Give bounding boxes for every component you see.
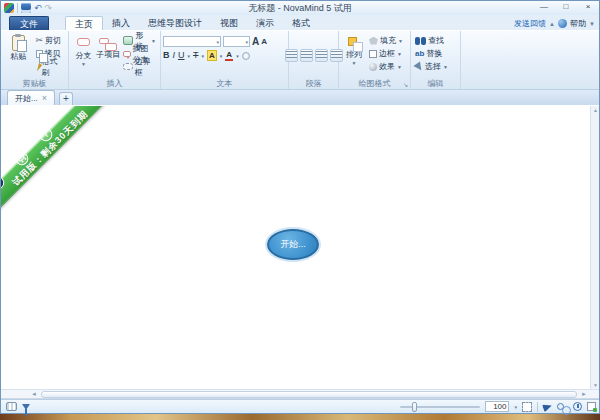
trial-banner[interactable]: i 试用版：剩余30天到期 (1, 106, 126, 224)
font-size-dropdown-icon[interactable]: ▾ (245, 39, 248, 45)
timeline-icon[interactable] (573, 402, 582, 411)
insert-body: 分支 ▼ 子项目 形状 ▼ (71, 33, 158, 78)
map-canvas[interactable]: i 试用版：剩余30天到期 开始... ▲ ▼ (1, 106, 599, 389)
font-family-combo[interactable]: ▾ (163, 36, 221, 47)
close-button[interactable]: × (577, 1, 599, 14)
font-color-dropdown-icon[interactable]: ▾ (236, 53, 239, 59)
boundary-button[interactable]: 边界框 (121, 60, 158, 73)
effects-icon (369, 63, 377, 71)
ribbon: 粘贴 ✂ 剪切 拷贝 格式刷 (1, 30, 599, 90)
status-bar: 100 ▾ (1, 399, 599, 413)
vertical-scrollbar[interactable]: ▲ ▼ (590, 106, 599, 389)
arrange-dropdown-icon[interactable]: ▼ (352, 60, 357, 66)
cut-button[interactable]: ✂ 剪切 (34, 34, 66, 47)
fill-dropdown-icon[interactable]: ▼ (398, 38, 403, 44)
scroll-left-icon[interactable]: ◄ (31, 390, 37, 399)
text-body: ▾ ▾ A A B I U ▾ T ▾ A ▾ A (163, 33, 286, 78)
tab-file[interactable]: 文件 (9, 16, 49, 30)
minimize-button[interactable]: — (533, 1, 555, 14)
tab-presentation[interactable]: 演示 (247, 16, 283, 30)
align-center-button[interactable] (300, 49, 313, 62)
help-dropdown-icon[interactable]: ▼ (589, 21, 595, 27)
group-clipboard: 粘贴 ✂ 剪切 拷贝 格式刷 (1, 31, 69, 89)
branch-dropdown-icon[interactable]: ▼ (81, 61, 86, 67)
branch-button[interactable]: 分支 ▼ (71, 33, 96, 67)
highlight-dropdown-icon[interactable]: ▾ (220, 53, 223, 59)
boundary-icon (123, 63, 133, 70)
help-icon[interactable] (558, 19, 567, 28)
font-color-button[interactable]: A (225, 51, 233, 61)
send-feedback-link[interactable]: 发送回馈 (514, 18, 546, 29)
screen: ↶ ↷ 无标题 - NovaMind 5 试用 — □ × 文件 主页 插入 思… (0, 0, 600, 420)
scroll-up-icon[interactable]: ▲ (591, 107, 599, 113)
italic-button[interactable]: I (173, 50, 176, 61)
format-painter-button[interactable]: 格式刷 (34, 60, 66, 73)
notes-editor-icon[interactable] (587, 402, 596, 411)
horizontal-scroll-thumb[interactable] (41, 391, 577, 398)
horizontal-scrollbar[interactable]: ◄ ► (1, 389, 599, 399)
new-document-tab-button[interactable]: + (59, 92, 73, 105)
paste-button[interactable]: 粘贴 (3, 33, 34, 62)
relationship-view-icon[interactable] (557, 403, 564, 410)
document-tab-start[interactable]: 开始... × (7, 90, 55, 105)
arrange-button[interactable]: 排列 ▼ (341, 33, 367, 66)
clipboard-small-buttons: ✂ 剪切 拷贝 格式刷 (34, 33, 66, 73)
editing-group-label: 编辑 (413, 78, 458, 89)
scroll-down-icon[interactable]: ▼ (591, 382, 599, 388)
paste-label: 粘贴 (10, 51, 26, 62)
tabrow-right-cluster: 发送回馈 ▲ 帮助 ▼ (514, 18, 595, 29)
tab-mindmap-design[interactable]: 思维导图设计 (139, 16, 211, 30)
help-link[interactable]: 帮助 (570, 18, 586, 29)
clear-format-icon[interactable] (242, 52, 250, 60)
subtopic-button[interactable]: 子项目 (96, 33, 121, 60)
fill-button[interactable]: 填充 ▼ (367, 34, 405, 47)
align-left-icon (286, 51, 297, 60)
window-controls: — □ × (533, 1, 599, 14)
strikethrough-dropdown-icon[interactable]: ▾ (202, 53, 205, 59)
callout-branch-icon (123, 51, 131, 57)
strikethrough-button[interactable]: T (193, 50, 199, 61)
tab-format[interactable]: 格式 (283, 16, 319, 30)
select-button[interactable]: 选择 ▼ (413, 60, 458, 73)
dialog-launcher-icon[interactable]: ↘ (403, 82, 408, 88)
font-size-combo[interactable]: ▾ (223, 36, 250, 47)
document-tab-close-icon[interactable]: × (42, 94, 47, 103)
underline-dropdown-icon[interactable]: ▾ (188, 53, 191, 59)
tab-home[interactable]: 主页 (65, 16, 103, 30)
select-cursor-icon (413, 61, 424, 72)
outline-button[interactable]: 边框 ▼ (367, 47, 405, 60)
minimap-icon[interactable] (6, 402, 17, 411)
align-left-button[interactable] (285, 49, 298, 62)
scroll-right-icon[interactable]: ► (581, 390, 587, 399)
underline-button[interactable]: U (178, 50, 185, 61)
grow-font-button[interactable]: A (252, 36, 259, 47)
fit-to-window-icon[interactable] (522, 402, 532, 412)
status-left-icons (1, 402, 30, 411)
maximize-button[interactable]: □ (555, 1, 577, 14)
scissors-icon: ✂ (36, 36, 44, 45)
filter-icon[interactable] (22, 404, 30, 410)
tab-view[interactable]: 视图 (211, 16, 247, 30)
font-family-dropdown-icon[interactable]: ▾ (216, 39, 219, 45)
replace-label: 替换 (426, 48, 442, 59)
central-topic-node[interactable]: 开始... (267, 229, 319, 260)
tab-insert[interactable]: 插入 (103, 16, 139, 30)
zoom-spinner-icon[interactable]: ▾ (514, 404, 517, 410)
zoom-slider[interactable] (400, 406, 480, 408)
effects-dropdown-icon[interactable]: ▼ (397, 64, 402, 70)
select-dropdown-icon[interactable]: ▼ (443, 64, 448, 70)
presentation-mode-icon[interactable] (542, 401, 553, 412)
find-button[interactable]: 查找 (413, 34, 458, 47)
shrink-font-button[interactable]: A (261, 37, 267, 46)
align-right-button[interactable] (315, 49, 328, 62)
zoom-value-box[interactable]: 100 (485, 401, 509, 412)
effects-button[interactable]: 效果 ▼ (367, 60, 405, 73)
zoom-slider-thumb[interactable] (412, 402, 417, 412)
ribbon-filler (461, 31, 599, 89)
subtopic-icon (99, 38, 109, 44)
outline-dropdown-icon[interactable]: ▼ (397, 51, 402, 57)
highlight-color-button[interactable]: A (207, 50, 217, 61)
replace-button[interactable]: ab 替换 (413, 47, 458, 60)
collapse-ribbon-icon[interactable]: ▲ (549, 21, 555, 27)
bold-button[interactable]: B (163, 50, 170, 61)
